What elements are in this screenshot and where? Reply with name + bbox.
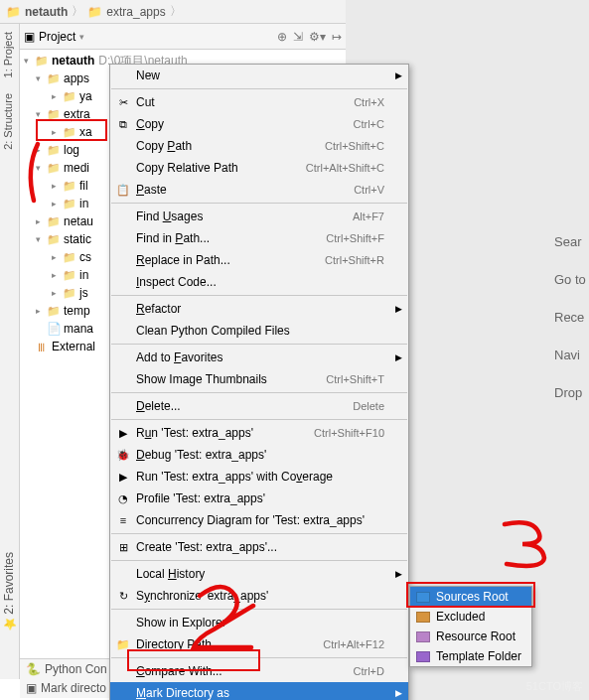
breadcrumb[interactable]: 📁 netauth 〉 📁 extra_apps 〉: [0, 0, 346, 24]
hint-drop: Drop: [554, 385, 582, 400]
folder-icon: [62, 286, 77, 300]
ctx-refactor[interactable]: Refactor▶: [110, 298, 408, 320]
tab-structure[interactable]: 2: Structure: [0, 85, 16, 158]
gear-icon[interactable]: ⚙▾: [309, 30, 326, 44]
folder-icon: [46, 304, 62, 318]
expand-icon[interactable]: ▸: [36, 145, 46, 155]
ctx-mark-directory-as[interactable]: Mark Directory as▶: [110, 682, 408, 700]
menu-icon: ▶: [114, 427, 132, 440]
dropdown-icon[interactable]: ▾: [79, 32, 84, 42]
folder-icon: [34, 54, 50, 68]
expand-icon[interactable]: ▾: [36, 234, 46, 244]
chevron-right-icon: 〉: [72, 3, 83, 20]
hint-goto: Go to: [554, 272, 586, 287]
hide-icon[interactable]: ↦: [332, 30, 342, 44]
folder-icon: [62, 179, 77, 193]
context-menu: New▶✂CutCtrl+X⧉CopyCtrl+CCopy PathCtrl+S…: [109, 64, 409, 700]
folder-icon: [62, 89, 77, 103]
ctx-synchronize-extra-apps-[interactable]: ↻Synchronize 'extra_apps': [110, 585, 408, 607]
menu-icon: ⧉: [114, 118, 132, 131]
ctx-copy[interactable]: ⧉CopyCtrl+C: [110, 113, 408, 135]
menu-icon: 📋: [114, 184, 132, 197]
ctx-concurrency-diagram-for-test-extra-apps-[interactable]: ≡Concurrency Diagram for 'Test: extra_ap…: [110, 509, 408, 531]
mark-directory-submenu: Sources RootExcludedResource RootTemplat…: [409, 586, 532, 667]
ctx-copy-relative-path[interactable]: Copy Relative PathCtrl+Alt+Shift+C: [110, 157, 408, 179]
breadcrumb-child[interactable]: extra_apps: [106, 5, 165, 19]
breadcrumb-root[interactable]: netauth: [25, 5, 68, 19]
folder-icon: 📁: [6, 5, 21, 19]
folder-icon: [46, 107, 62, 121]
ctx-run-test-extra-apps-[interactable]: ▶Run 'Test: extra_apps'Ctrl+Shift+F10: [110, 422, 408, 444]
ctx-paste[interactable]: 📋PasteCtrl+V: [110, 179, 408, 201]
menu-icon: ✂: [114, 96, 132, 109]
folder-icon: [46, 214, 62, 228]
menu-icon: ⊞: [114, 541, 132, 554]
folder-icon: [46, 161, 62, 175]
submenu-excluded[interactable]: Excluded: [410, 607, 531, 627]
submenu-resource-root[interactable]: Resource Root: [410, 627, 531, 646]
submenu-template-folder[interactable]: Template Folder: [410, 646, 531, 666]
ctx-create-test-extra-apps-[interactable]: ⊞Create 'Test: extra_apps'...: [110, 536, 408, 558]
ctx-copy-path[interactable]: Copy PathCtrl+Shift+C: [110, 135, 408, 157]
ctx-cut[interactable]: ✂CutCtrl+X: [110, 91, 408, 113]
hint-recent: Rece: [554, 310, 584, 325]
submenu-sources-root[interactable]: Sources Root: [410, 587, 531, 607]
color-swatch: [416, 651, 430, 662]
expand-icon[interactable]: ▸: [36, 216, 46, 226]
collapse-icon[interactable]: ⇲: [293, 30, 303, 44]
folder-icon: [62, 125, 77, 139]
menu-icon: 🐞: [114, 449, 132, 462]
ctx-delete-[interactable]: Delete...Delete: [110, 395, 408, 417]
folder-icon: 📄: [46, 322, 62, 336]
folder-icon: ⫼: [34, 340, 50, 353]
ctx-find-usages[interactable]: Find UsagesAlt+F7: [110, 206, 408, 227]
ctx-clean-python-compiled-files[interactable]: Clean Python Compiled Files: [110, 320, 408, 342]
ctx-show-image-thumbnails[interactable]: Show Image ThumbnailsCtrl+Shift+T: [110, 368, 408, 390]
ctx-replace-in-path-[interactable]: Replace in Path...Ctrl+Shift+R: [110, 249, 408, 271]
folder-icon: [62, 197, 77, 210]
menu-icon: ↻: [114, 590, 132, 603]
menu-icon: ▶: [114, 471, 132, 484]
expand-icon[interactable]: ▸: [52, 288, 62, 298]
folder-icon: 📁: [87, 5, 102, 19]
ctx-inspect-code-[interactable]: Inspect Code...: [110, 271, 408, 293]
expand-icon[interactable]: [24, 56, 34, 66]
expand-icon[interactable]: ▾: [36, 109, 46, 119]
menu-icon: ≡: [114, 514, 132, 526]
ctx-local-history[interactable]: Local History▶: [110, 563, 408, 585]
target-icon[interactable]: ⊕: [277, 30, 287, 44]
ctx-run-test-extra-apps-with-coverage[interactable]: ▶Run 'Test: extra_apps' with Coverage: [110, 466, 408, 488]
ctx-new[interactable]: New▶: [110, 65, 408, 86]
folder-icon: [46, 71, 62, 85]
ctx-profile-test-extra-apps-[interactable]: ◔Profile 'Test: extra_apps': [110, 488, 408, 509]
folder-icon: [46, 232, 62, 246]
expand-icon[interactable]: ▸: [52, 270, 62, 280]
expand-icon[interactable]: ▾: [36, 73, 46, 83]
expand-icon[interactable]: ▸: [52, 252, 62, 262]
color-swatch: [416, 631, 430, 642]
ctx-compare-with-[interactable]: Compare With...Ctrl+D: [110, 660, 408, 682]
folder-icon: [62, 250, 77, 264]
expand-icon[interactable]: ▸: [52, 199, 62, 209]
folder-icon: ▣: [26, 681, 37, 695]
ctx-debug-test-extra-apps-[interactable]: 🐞Debug 'Test: extra_apps': [110, 444, 408, 466]
tab-project[interactable]: 1: Project: [0, 24, 16, 85]
ctx-directory-path[interactable]: 📁Directory PathCtrl+Alt+F12: [110, 633, 408, 655]
folder-icon: [46, 143, 62, 157]
tab-favorites[interactable]: ⭐ 2: Favorites: [0, 544, 18, 639]
expand-icon[interactable]: ▾: [36, 163, 46, 173]
expand-icon[interactable]: ▸: [52, 181, 62, 191]
hint-search: Sear: [554, 234, 581, 249]
color-swatch: [416, 612, 430, 623]
ctx-show-in-explorer[interactable]: Show in Explorer: [110, 612, 408, 633]
project-tool-header: ▣ Project ▾ ⊕ ⇲ ⚙▾ ↦: [20, 24, 346, 50]
project-title[interactable]: Project: [39, 30, 75, 44]
ctx-add-to-favorites[interactable]: Add to Favorites▶: [110, 347, 408, 368]
menu-icon: 📁: [114, 638, 132, 651]
expand-icon[interactable]: ▸: [36, 306, 46, 316]
ctx-find-in-path-[interactable]: Find in Path...Ctrl+Shift+F: [110, 227, 408, 249]
expand-icon[interactable]: ▸: [52, 91, 62, 101]
expand-icon[interactable]: ▸: [52, 127, 62, 137]
watermark: 51CTO博客: [526, 679, 583, 694]
color-swatch: [416, 592, 430, 603]
